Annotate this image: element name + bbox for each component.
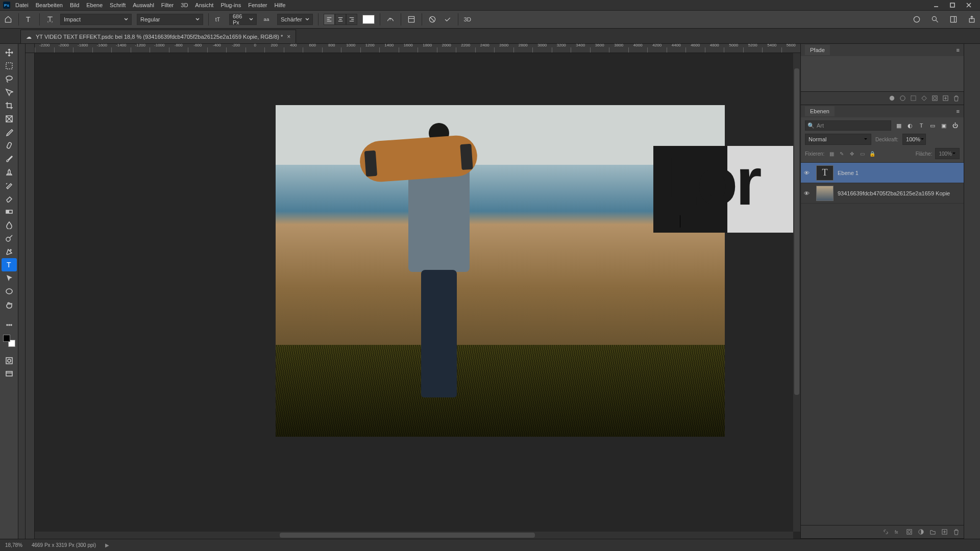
menu-bearbeiten[interactable]: Bearbeiten: [36, 2, 63, 8]
blend-mode-dropdown[interactable]: Normal: [805, 134, 871, 145]
font-family-dropdown[interactable]: Impact: [60, 14, 132, 25]
path-to-selection-icon[interactable]: [910, 95, 917, 102]
filter-toggle-icon[interactable]: ⏻: [950, 121, 960, 130]
layer-row[interactable]: 👁 93416639fdcb4705f2ba26125e2a1659 Kopie: [801, 183, 964, 204]
3d-icon[interactable]: 3D: [463, 14, 474, 24]
visibility-toggle-icon[interactable]: 👁: [804, 190, 812, 196]
text-orientation-icon[interactable]: [45, 14, 55, 24]
layer-fx-icon[interactable]: fx: [894, 529, 901, 535]
brush-tool[interactable]: [2, 152, 17, 165]
align-center-button[interactable]: [335, 14, 346, 25]
type-tool[interactable]: T: [2, 258, 17, 271]
scrollbar-thumb[interactable]: [280, 533, 535, 538]
layer-mask-icon[interactable]: [906, 529, 913, 535]
horizontal-ruler[interactable]: -2200-2000-1800-1600-1400-1200-1000-800-…: [35, 44, 800, 53]
menu-auswahl[interactable]: Auswahl: [133, 2, 154, 8]
screenmode-tool[interactable]: [2, 367, 17, 381]
horizontal-scrollbar[interactable]: [35, 532, 793, 539]
antialias-dropdown[interactable]: Schärfer: [277, 14, 313, 25]
text-color-swatch[interactable]: [362, 15, 375, 24]
document-canvas[interactable]: Lor: [276, 105, 725, 437]
document-tab[interactable]: ☁ YT VIDEO TEXT EFFEKT.psdc bei 18,8 % (…: [20, 30, 296, 43]
align-left-button[interactable]: [324, 14, 335, 25]
lock-all-icon[interactable]: 🔒: [868, 149, 876, 158]
new-layer-icon[interactable]: [941, 529, 948, 535]
close-tab-icon[interactable]: ×: [287, 33, 290, 40]
lock-artboard-icon[interactable]: ▭: [858, 149, 866, 158]
vertical-scrollbar[interactable]: [793, 53, 800, 532]
menu-3d[interactable]: 3D: [181, 2, 188, 8]
align-right-button[interactable]: [346, 14, 357, 25]
menu-datei[interactable]: Datei: [15, 2, 29, 8]
foreground-background-color[interactable]: [3, 335, 15, 347]
paths-tab[interactable]: Pfade: [805, 45, 830, 55]
menu-plugins[interactable]: Plug-ins: [220, 2, 241, 8]
menu-schrift[interactable]: Schrift: [110, 2, 126, 8]
collapsed-left-dock[interactable]: [18, 44, 26, 539]
tool-preset-type-icon[interactable]: T: [24, 14, 34, 24]
hand-tool[interactable]: [2, 298, 17, 311]
eraser-tool[interactable]: [2, 192, 17, 205]
filter-adjust-icon[interactable]: ◐: [905, 121, 915, 130]
filter-type-icon[interactable]: T: [917, 121, 926, 130]
collapsed-right-dock[interactable]: [964, 44, 980, 539]
menu-ansicht[interactable]: Ansicht: [195, 2, 213, 8]
search-icon[interactable]: [930, 14, 940, 24]
menu-hilfe[interactable]: Hilfe: [274, 2, 285, 8]
more-tools[interactable]: [2, 318, 17, 332]
pen-tool[interactable]: [2, 245, 17, 258]
status-flyout-icon[interactable]: ▶: [105, 542, 109, 548]
marquee-tool[interactable]: [2, 59, 17, 72]
filter-shape-icon[interactable]: ▭: [928, 121, 937, 130]
layer-row[interactable]: 👁 T Ebene 1: [801, 163, 964, 183]
warp-text-icon[interactable]: T: [385, 14, 396, 24]
adjustment-layer-icon[interactable]: [918, 529, 924, 535]
healing-brush-tool[interactable]: [2, 139, 17, 152]
opacity-input[interactable]: 100%: [902, 134, 926, 145]
character-panel-icon[interactable]: [406, 14, 416, 24]
cloud-docs-icon[interactable]: [912, 14, 922, 24]
layer-group-icon[interactable]: [929, 529, 936, 535]
window-minimize-button[interactable]: [928, 0, 944, 10]
scrollbar-thumb[interactable]: [794, 68, 799, 395]
shape-tool[interactable]: [2, 285, 17, 298]
stroke-path-icon[interactable]: [899, 95, 906, 102]
ruler-origin[interactable]: [26, 44, 35, 53]
font-style-dropdown[interactable]: Regular: [137, 14, 203, 25]
document-dimensions[interactable]: 4669 Px x 3319 Px (300 ppi): [32, 542, 96, 548]
blur-tool[interactable]: [2, 218, 17, 232]
quickmask-tool[interactable]: [2, 354, 17, 367]
lasso-tool[interactable]: [2, 72, 17, 86]
filter-smart-icon[interactable]: ▣: [939, 121, 948, 130]
menu-bild[interactable]: Bild: [70, 2, 79, 8]
font-size-dropdown[interactable]: 686 Px: [229, 14, 257, 25]
selection-to-path-icon[interactable]: [921, 95, 927, 102]
gradient-tool[interactable]: [2, 205, 17, 218]
new-path-icon[interactable]: [942, 95, 949, 102]
cancel-edit-icon[interactable]: [427, 14, 437, 24]
history-brush-tool[interactable]: [2, 179, 17, 192]
layer-name[interactable]: Ebene 1: [838, 170, 859, 176]
workspace-icon[interactable]: [948, 14, 959, 24]
add-mask-icon[interactable]: [932, 95, 938, 102]
frame-tool[interactable]: [2, 112, 17, 126]
quick-select-tool[interactable]: [2, 86, 17, 99]
layer-thumbnail[interactable]: T: [816, 165, 834, 181]
panel-menu-icon[interactable]: ≡: [957, 47, 960, 53]
visibility-toggle-icon[interactable]: 👁: [804, 170, 812, 176]
path-select-tool[interactable]: [2, 271, 17, 285]
window-close-button[interactable]: [961, 0, 977, 10]
layer-search[interactable]: 🔍 Art: [805, 120, 891, 131]
delete-layer-icon[interactable]: [953, 529, 960, 535]
layer-name[interactable]: 93416639fdcb4705f2ba26125e2a1659 Kopie: [838, 190, 950, 196]
panel-menu-icon[interactable]: ≡: [957, 108, 960, 114]
lock-pixels-icon[interactable]: ✎: [838, 149, 846, 158]
zoom-level[interactable]: 18,78%: [5, 542, 22, 548]
layer-thumbnail[interactable]: [816, 186, 834, 201]
commit-edit-icon[interactable]: [443, 14, 453, 24]
clone-stamp-tool[interactable]: [2, 165, 17, 179]
move-tool[interactable]: [2, 46, 17, 59]
window-maximize-button[interactable]: [944, 0, 961, 10]
menu-ebene[interactable]: Ebene: [86, 2, 103, 8]
fill-path-icon[interactable]: [889, 95, 895, 102]
